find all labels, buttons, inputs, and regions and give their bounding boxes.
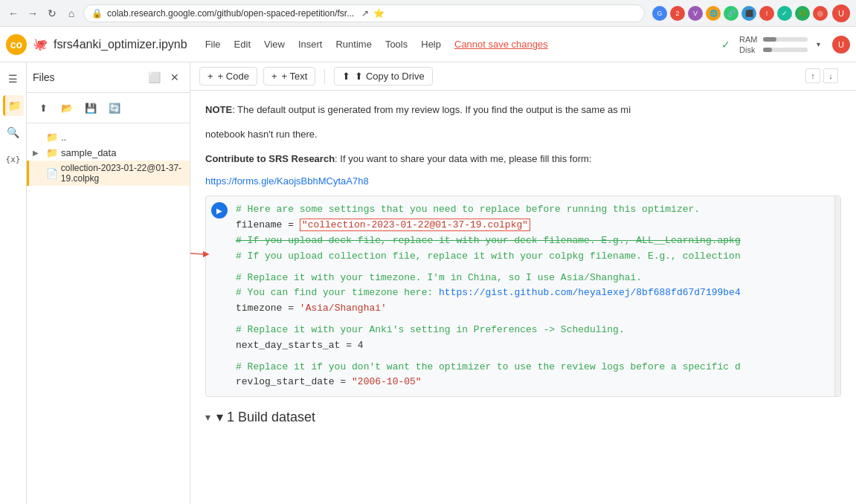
code-line-4: # If you upload collection file, replace…	[236, 249, 831, 265]
cell-scrollbar[interactable]	[834, 196, 840, 396]
add-text-button[interactable]: + + Text	[263, 67, 315, 85]
ext-icon-8: ✓	[777, 6, 792, 21]
collection-file-icon: 📄	[46, 168, 58, 179]
menu-tools[interactable]: Tools	[379, 36, 413, 53]
profile-icon[interactable]: U	[832, 4, 850, 22]
code-comment-1: # Here are some settings that you need t…	[236, 204, 700, 215]
cannot-save-link[interactable]: Cannot save changes	[454, 39, 548, 50]
contribute-link[interactable]: https://forms.gle/KaojsBbhMCytaA7h8	[205, 175, 369, 187]
refresh-files-button[interactable]: 🔄	[104, 97, 125, 118]
code-line-8: # Replace it with your Anki's setting in…	[236, 323, 831, 338]
code-comment-4: # Replace it with your timezone. I'm in …	[236, 272, 642, 283]
scroll-down-button[interactable]: ↓	[823, 68, 838, 83]
note-bold: NOTE	[205, 104, 232, 115]
menu-bar: File Edit View Insert Runtime Tools Help…	[199, 36, 548, 53]
sample-data-folder-icon: 📁	[46, 147, 58, 158]
add-text-label: + Text	[281, 71, 307, 82]
header-right: ✓ RAM Disk ▾	[721, 35, 820, 54]
code-line-2: filename = "collection-2023-01-22@01-37-…	[236, 218, 831, 233]
sidebar-close-button[interactable]: ✕	[166, 68, 184, 86]
code-timezone-value: 'Asia/Shanghai'	[300, 303, 387, 314]
copy-to-drive-button[interactable]: ⬆ ⬆ Copy to Drive	[334, 67, 432, 85]
code-comment-2-strikethrough: # If you upload deck file, replace it wi…	[236, 235, 741, 246]
ram-label: RAM	[739, 35, 760, 44]
resource-monitor: RAM Disk	[739, 35, 808, 54]
new-folder-button[interactable]: 📂	[57, 97, 77, 118]
disk-bar	[763, 48, 808, 52]
ram-bar	[763, 37, 808, 42]
cell-code-content[interactable]: # Here are some settings that you need t…	[233, 196, 834, 396]
variable-icon-btn[interactable]: {x}	[3, 149, 24, 169]
menu-view[interactable]: View	[258, 36, 291, 53]
code-nextday-value: 4	[358, 340, 364, 351]
code-filename-label: filename =	[236, 219, 300, 230]
timezone-link[interactable]: https://gist.github.com/heyalexej/8bf688…	[439, 287, 741, 298]
code-cell-1: ▶ # Here are some settings that you need…	[205, 196, 841, 397]
code-comment-5: # You can find your timezone here:	[236, 287, 439, 298]
contribute-paragraph: Contribute to SRS Research: If you want …	[205, 152, 841, 167]
file-tree: 📁 .. ▶ 📁 sample_data 📄 collection-2023-0…	[27, 123, 190, 504]
sidebar-actions: ⬆ 📂 💾 🔄	[27, 93, 190, 123]
tree-item-label-sample-data: sample_data	[61, 147, 116, 158]
user-avatar[interactable]: U	[832, 36, 850, 54]
tree-item-parent[interactable]: 📁 ..	[27, 129, 190, 145]
tree-item-label-parent: ..	[61, 132, 66, 143]
tree-item-sample-data[interactable]: ▶ 📁 sample_data	[27, 145, 190, 161]
menu-icon-btn[interactable]: ☰	[3, 68, 24, 89]
section-label-1: ▾ 1 Build dataset	[216, 409, 315, 425]
note-text-1: : The default output is generated from m…	[232, 104, 631, 115]
menu-runtime[interactable]: Runtime	[329, 36, 377, 53]
ext-icon-3: V	[688, 6, 703, 21]
run-cell-button[interactable]: ▶	[206, 196, 233, 396]
contribute-link-paragraph: https://forms.gle/KaojsBbhMCytaA7h8	[205, 175, 841, 187]
home-button[interactable]: ⌂	[64, 6, 79, 21]
colab-logo: co	[6, 34, 27, 55]
content-toolbar: + + Code + + Text ⬆ ⬆ Copy to Drive ↑ ↓	[190, 62, 856, 91]
plus-code-icon: +	[207, 71, 213, 82]
resource-chevron-icon[interactable]: ▾	[817, 40, 820, 48]
menu-help[interactable]: Help	[415, 36, 447, 53]
run-circle-icon: ▶	[211, 202, 228, 219]
code-comment-3: # If you upload collection file, replace…	[236, 251, 741, 262]
forward-button[interactable]: →	[25, 6, 40, 21]
note-paragraph-1: NOTE: The default output is generated fr…	[205, 103, 841, 118]
notebook-content: NOTE: The default output is generated fr…	[190, 91, 856, 504]
disk-fill	[763, 48, 772, 52]
notebook-title[interactable]: fsrs4anki_optimizer.ipynb	[54, 38, 187, 51]
menu-file[interactable]: File	[199, 36, 227, 53]
code-comment-6: # Replace it with your Anki's setting in…	[236, 324, 625, 335]
sidebar-maximize-button[interactable]: ⬜	[145, 68, 163, 86]
code-filename-value: "collection-2023-01-22@01-37-19.colpkg"	[300, 219, 530, 231]
address-bar[interactable]: 🔒 colab.research.google.com/github/open-…	[83, 4, 645, 22]
files-icon-btn[interactable]: 📁	[3, 95, 24, 116]
upload-file-button[interactable]: ⬆	[33, 97, 54, 118]
menu-insert[interactable]: Insert	[292, 36, 329, 53]
note-paragraph-2: notebook hasn't run there.	[205, 127, 841, 143]
icon-sidebar: ☰ 📁 🔍 {x}	[0, 62, 27, 504]
ext-icon-1: G	[652, 6, 667, 21]
ext-icon-7: !	[759, 6, 774, 21]
copy-drive-label: ⬆ Copy to Drive	[355, 71, 424, 82]
github-icon: 🐙	[33, 37, 48, 51]
browser-bar: ← → ↻ ⌂ 🔒 colab.research.google.com/gith…	[0, 0, 856, 27]
scroll-up-button[interactable]: ↑	[805, 68, 820, 83]
menu-edit[interactable]: Edit	[228, 36, 257, 53]
back-button[interactable]: ←	[6, 6, 21, 21]
code-spacer-1	[236, 265, 831, 271]
sidebar-toolbar: Files ⬜ ✕	[27, 62, 190, 93]
code-spacer-2	[236, 317, 831, 323]
add-code-button[interactable]: + + Code	[199, 67, 257, 85]
parent-folder-icon: 📁	[46, 132, 58, 143]
search-icon-btn[interactable]: 🔍	[3, 122, 24, 143]
ext-icon-6: ⬛	[741, 6, 756, 21]
connect-drive-button[interactable]: 💾	[80, 97, 101, 118]
code-revlog-label: revlog_start_date =	[236, 376, 352, 387]
ext-icon-9: 🌿	[795, 6, 810, 21]
check-icon: ✓	[721, 39, 730, 51]
code-line-5: # Replace it with your timezone. I'm in …	[236, 271, 831, 286]
code-line-11: revlog_start_date = "2006-10-05"	[236, 375, 831, 390]
section-chevron-icon[interactable]: ▾	[205, 411, 210, 423]
scroll-arrows: ↑ ↓	[805, 68, 838, 83]
refresh-button[interactable]: ↻	[45, 6, 59, 21]
tree-item-collection[interactable]: 📄 collection-2023-01-22@01-37-19.colpkg	[27, 161, 190, 186]
